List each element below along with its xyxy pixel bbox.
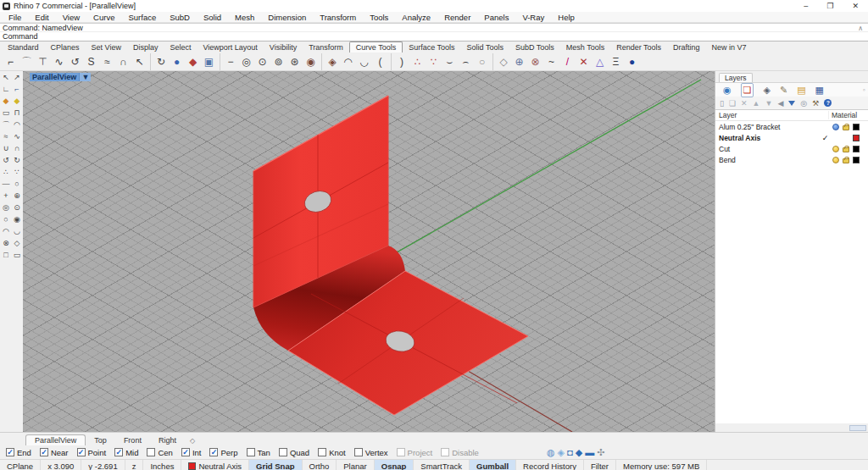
layer-visibility-cell[interactable]	[831, 146, 841, 152]
layers-panel-scrollbar[interactable]	[849, 425, 866, 431]
viewport-title-label[interactable]: ParallelView	[30, 73, 79, 81]
toolbar-tab-curve-tools[interactable]: Curve Tools	[349, 41, 403, 53]
menu-analyze[interactable]: Analyze	[395, 13, 437, 22]
circle-deform-icon[interactable]: ◎	[238, 53, 254, 70]
osnap-checkbox-quad[interactable]	[279, 448, 287, 456]
status-osnap[interactable]: Osnap	[375, 460, 415, 470]
dup-face-icon[interactable]: ◈	[321, 53, 340, 70]
command-collapse-icon[interactable]: ∧	[858, 25, 863, 32]
lock-icon[interactable]	[843, 147, 849, 152]
rect-wide-icon[interactable]: ▭	[12, 252, 23, 259]
osnap-int[interactable]: ✓Int	[181, 448, 202, 457]
status-grid-snap[interactable]: Grid Snap	[249, 460, 302, 470]
rect-icon[interactable]: ▭	[1, 109, 12, 117]
osnap-tan[interactable]: Tan	[247, 448, 270, 457]
osnap-checkbox-cen[interactable]	[147, 448, 155, 456]
toolbar-tab-subd-tools[interactable]: SubD Tools	[509, 42, 560, 53]
chamfer-icon[interactable]: )	[391, 53, 409, 70]
circle-o-icon[interactable]: ○	[12, 180, 23, 188]
bulb-icon[interactable]	[832, 157, 839, 163]
osnap-checkbox-tan[interactable]	[247, 448, 255, 456]
circle-target-icon[interactable]: ◎	[1, 204, 12, 212]
new-layer-icon[interactable]: ▯	[720, 99, 724, 108]
minimize-button[interactable]: –	[804, 2, 808, 10]
adjust-icon[interactable]: △	[592, 53, 608, 70]
status-filter[interactable]: Filter	[584, 460, 616, 470]
select-lasso-icon[interactable]: ↗	[12, 74, 23, 81]
vray-frame-buffer-icon[interactable]: ▬	[585, 446, 594, 458]
restore-button[interactable]: ❐	[826, 2, 833, 10]
layer-material-cell[interactable]	[851, 124, 868, 130]
viewport-tab-right[interactable]: Right	[150, 435, 185, 445]
arc-top-icon[interactable]: ◠	[1, 228, 12, 235]
layer-material-cell[interactable]	[851, 146, 868, 152]
status-neutral-axis[interactable]: Neutral Axis	[181, 460, 249, 470]
circle-star-icon[interactable]: ⊛	[287, 53, 303, 70]
move-down-icon[interactable]: ▼	[765, 99, 773, 108]
dash-line-icon[interactable]: —	[1, 180, 12, 188]
toolbar-tab-mesh-tools[interactable]: Mesh Tools	[560, 42, 610, 53]
curve-cv-icon[interactable]: ⌒	[19, 53, 35, 70]
sketch-icon[interactable]: ∿	[51, 53, 67, 70]
layer-color-swatch[interactable]	[853, 124, 860, 130]
layer-lock-cell[interactable]	[841, 145, 851, 152]
vray-node-icon[interactable]: ◆	[576, 446, 582, 458]
menu-solid[interactable]: Solid	[197, 13, 228, 22]
osnap-checkbox-point[interactable]: ✓	[77, 448, 86, 456]
toolbar-tab-display[interactable]: Display	[127, 42, 164, 53]
intersect-icon[interactable]: ∩	[12, 145, 23, 152]
handle-curve-icon[interactable]: ↖	[131, 53, 147, 70]
find-icon[interactable]: ◎	[800, 99, 807, 108]
offset-icon[interactable]: ◠	[340, 53, 356, 70]
surface-tools-icon[interactable]: ◆	[12, 97, 23, 105]
ellipse-2-icon[interactable]: ◇	[492, 53, 511, 70]
panel-tabs-overflow-icon[interactable]: ◦	[863, 86, 865, 94]
osnap-checkbox-project[interactable]	[397, 448, 405, 456]
osnap-project[interactable]: Project	[397, 448, 433, 457]
vray-interactive-icon[interactable]: ◈	[558, 446, 565, 458]
status-y-2-691[interactable]: y -2.691	[81, 460, 125, 470]
status-memory-use-597-mb[interactable]: Memory use: 597 MB	[616, 460, 707, 470]
menu-v-ray[interactable]: V-Ray	[515, 13, 551, 22]
freeform-icon[interactable]: ≈	[99, 53, 115, 70]
diamond-icon[interactable]: ◇	[12, 240, 23, 247]
layer-color-swatch[interactable]	[853, 146, 860, 152]
layer-color-swatch[interactable]	[853, 157, 860, 163]
toolbar-tab-transform[interactable]: Transform	[303, 42, 349, 53]
layer-material-cell[interactable]	[851, 135, 868, 141]
osnap-vertex[interactable]: Vertex	[354, 448, 388, 457]
interp-curve-icon[interactable]: ↺	[67, 53, 83, 70]
delete-layer-icon[interactable]: ✕	[741, 99, 748, 108]
status-smarttrack[interactable]: SmartTrack	[414, 460, 470, 470]
lock-icon[interactable]	[843, 158, 849, 163]
wiggle-icon[interactable]: ∿	[12, 133, 23, 141]
freeform-icon[interactable]: ≈	[1, 133, 12, 141]
menu-render[interactable]: Render	[437, 13, 477, 22]
arc-icon[interactable]: ∩	[115, 53, 131, 70]
menu-view[interactable]: View	[56, 13, 86, 22]
osnap-quad[interactable]: Quad	[279, 448, 309, 457]
bulb-icon[interactable]	[832, 124, 839, 130]
layer-visibility-cell[interactable]	[831, 157, 841, 163]
circle-x-icon[interactable]: ⊗	[1, 240, 12, 247]
box-edit-icon[interactable]: ⊓	[12, 109, 23, 117]
osnap-cen[interactable]: Cen	[147, 448, 172, 457]
connect-icon[interactable]: ~	[543, 53, 559, 70]
menu-edit[interactable]: Edit	[28, 13, 55, 22]
close-button[interactable]: ✕	[852, 2, 859, 10]
osnap-checkbox-end[interactable]: ✓	[6, 448, 14, 456]
help-icon[interactable]: ?	[824, 99, 832, 107]
osnap-checkbox-near[interactable]: ✓	[40, 448, 48, 456]
circle-dot-icon[interactable]: ⊙	[12, 204, 23, 212]
spiral-icon[interactable]: S	[83, 53, 99, 70]
status-record-history[interactable]: Record History	[516, 460, 584, 470]
panel-tab-web[interactable]: ▦	[815, 84, 824, 97]
status-inches[interactable]: Inches	[143, 460, 181, 470]
project-curve-icon[interactable]: ▣	[201, 53, 217, 70]
menu-file[interactable]: File	[2, 13, 28, 22]
point-b-icon[interactable]: ∵	[426, 53, 442, 70]
osnap-checkbox-disable[interactable]	[441, 448, 449, 456]
point-a-icon[interactable]: ∴	[409, 53, 426, 70]
viewport-tab-top[interactable]: Top	[86, 435, 115, 445]
viewport-title[interactable]: ParallelView ▼	[30, 73, 91, 81]
